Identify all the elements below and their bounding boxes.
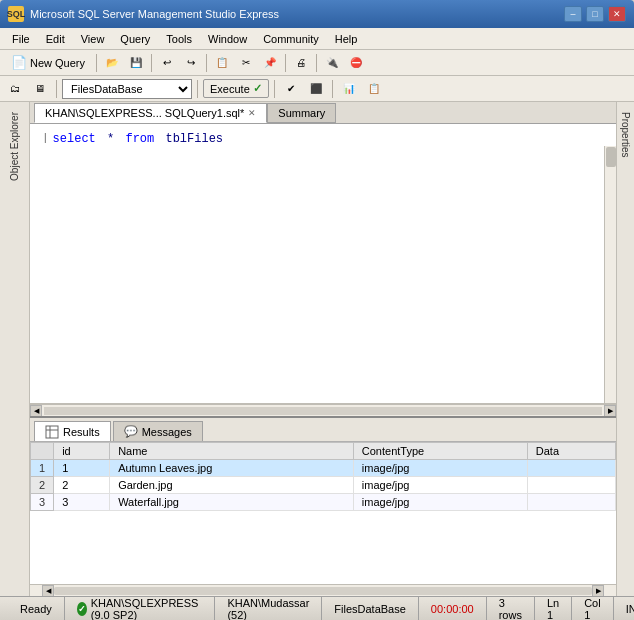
registered-servers-button[interactable]: 🖥	[29, 79, 51, 99]
query-star: *	[100, 132, 122, 146]
scroll-right-arrow[interactable]: ▶	[604, 405, 616, 417]
editor-horizontal-scrollbar[interactable]: ◀ ▶	[30, 404, 616, 416]
scroll-left-arrow[interactable]: ◀	[30, 405, 42, 417]
cut-button[interactable]: ✂	[235, 53, 257, 73]
content-area: KHAN\SQLEXPRESS... SQLQuery1.sql* ✕ Summ…	[30, 102, 616, 596]
menu-file[interactable]: File	[4, 31, 38, 47]
properties-label: Properties	[620, 112, 631, 158]
query-line-1: | select * from tblFiles	[42, 132, 608, 146]
status-time: 00:00:00	[419, 597, 487, 620]
menu-bar: File Edit View Query Tools Window Commun…	[0, 28, 634, 50]
redo-button[interactable]: ↪	[180, 53, 202, 73]
status-rows-text: 3 rows	[499, 597, 522, 621]
database-selector[interactable]: FilesDataBase	[62, 79, 192, 99]
paste-button[interactable]: 📌	[259, 53, 281, 73]
new-query-label: New Query	[30, 57, 85, 69]
status-rows: 3 rows	[487, 597, 535, 620]
disconnect-button[interactable]: ⛔	[345, 53, 367, 73]
cell-name: Garden.jpg	[110, 477, 354, 494]
menu-query[interactable]: Query	[112, 31, 158, 47]
menu-window[interactable]: Window	[200, 31, 255, 47]
table-row[interactable]: 1 1 Autumn Leaves.jpg image/jpg	[31, 460, 616, 477]
row-num-cell: 3	[31, 494, 54, 511]
open-file-button[interactable]: 📂	[101, 53, 123, 73]
status-col: Col 1	[572, 597, 614, 620]
query-editor[interactable]: | select * from tblFiles	[30, 124, 616, 404]
keyword-from: from	[125, 132, 154, 146]
results-to-button[interactable]: 📊	[338, 79, 360, 99]
save-button[interactable]: 💾	[125, 53, 147, 73]
table-row[interactable]: 2 2 Garden.jpg image/jpg	[31, 477, 616, 494]
object-explorer-label: Object Explorer	[9, 112, 20, 181]
results-scroll-track	[54, 587, 592, 595]
print-button[interactable]: 🖨	[290, 53, 312, 73]
menu-help[interactable]: Help	[327, 31, 366, 47]
editor-vertical-scrollbar[interactable]	[604, 146, 616, 403]
menu-view[interactable]: View	[73, 31, 113, 47]
parse-button[interactable]: ✔	[280, 79, 302, 99]
toolbar2-separator-1	[56, 80, 57, 98]
toolbar-separator-5	[316, 54, 317, 72]
minimize-button[interactable]: –	[564, 6, 582, 22]
status-ready-text: Ready	[20, 603, 52, 615]
copy-button[interactable]: 📋	[211, 53, 233, 73]
summary-tab-label: Summary	[278, 107, 325, 119]
summary-tab[interactable]: Summary	[267, 103, 336, 123]
cell-name: Waterfall.jpg	[110, 494, 354, 511]
show-results-button[interactable]: 📋	[363, 79, 385, 99]
status-ln-text: Ln 1	[547, 597, 559, 621]
new-query-button[interactable]: 📄 New Query	[4, 52, 92, 73]
title-bar: SQL Microsoft SQL Server Management Stud…	[0, 0, 634, 28]
toolbar-separator-3	[206, 54, 207, 72]
col-header-id: id	[54, 443, 110, 460]
results-scroll-right[interactable]: ▶	[592, 585, 604, 597]
query-tab-close[interactable]: ✕	[248, 108, 256, 118]
undo-button[interactable]: ↩	[156, 53, 178, 73]
scroll-track	[44, 407, 602, 415]
execute-label: Execute	[210, 83, 250, 95]
close-button[interactable]: ✕	[608, 6, 626, 22]
new-query-icon: 📄	[11, 55, 27, 70]
status-time-text: 00:00:00	[431, 603, 474, 615]
cell-id: 1	[54, 460, 110, 477]
status-database: FilesDataBase	[322, 597, 419, 620]
maximize-button[interactable]: □	[586, 6, 604, 22]
messages-tab-label: Messages	[142, 426, 192, 438]
title-bar-left: SQL Microsoft SQL Server Management Stud…	[8, 6, 279, 22]
results-tab[interactable]: Results	[34, 421, 111, 441]
col-header-data: Data	[527, 443, 615, 460]
status-ln: Ln 1	[535, 597, 572, 620]
status-connection-text: KHAN\SQLEXPRESS (9.0 SP2)	[91, 597, 203, 621]
query-editor-inner: | select * from tblFiles	[30, 124, 616, 403]
results-scroll-left[interactable]: ◀	[42, 585, 54, 597]
table-header-row: id Name ContentType Data	[31, 443, 616, 460]
messages-tab[interactable]: 💬 Messages	[113, 421, 203, 441]
row-num-cell: 1	[31, 460, 54, 477]
results-table-container: id Name ContentType Data 1 1 Autumn Leav…	[30, 442, 616, 584]
menu-community[interactable]: Community	[255, 31, 327, 47]
status-connection: ✓ KHAN\SQLEXPRESS (9.0 SP2)	[65, 597, 216, 620]
connection-ok-icon: ✓	[77, 602, 87, 616]
execute-button[interactable]: Execute ✓	[203, 79, 269, 98]
cell-contenttype: image/jpg	[353, 460, 527, 477]
connect-button[interactable]: 🔌	[321, 53, 343, 73]
window-title: Microsoft SQL Server Management Studio E…	[30, 8, 279, 20]
col-header-contenttype: ContentType	[353, 443, 527, 460]
scrollbar-thumb	[606, 147, 616, 167]
query-tab[interactable]: KHAN\SQLEXPRESS... SQLQuery1.sql* ✕	[34, 103, 267, 123]
stop-button[interactable]: ⬛	[305, 79, 327, 99]
messages-tab-icon: 💬	[124, 425, 138, 439]
editor-tab-bar: KHAN\SQLEXPRESS... SQLQuery1.sql* ✕ Summ…	[30, 102, 616, 124]
status-ins: INS	[614, 597, 634, 620]
table-row[interactable]: 3 3 Waterfall.jpg image/jpg	[31, 494, 616, 511]
execute-check-icon: ✓	[253, 82, 262, 95]
menu-edit[interactable]: Edit	[38, 31, 73, 47]
keyword-select: select	[53, 132, 96, 146]
menu-tools[interactable]: Tools	[158, 31, 200, 47]
results-horizontal-scrollbar[interactable]: ◀ ▶	[30, 584, 616, 596]
object-explorer-button[interactable]: 🗂	[4, 79, 26, 99]
cell-id: 2	[54, 477, 110, 494]
cell-data	[527, 460, 615, 477]
results-table: id Name ContentType Data 1 1 Autumn Leav…	[30, 442, 616, 511]
col-header-name: Name	[110, 443, 354, 460]
